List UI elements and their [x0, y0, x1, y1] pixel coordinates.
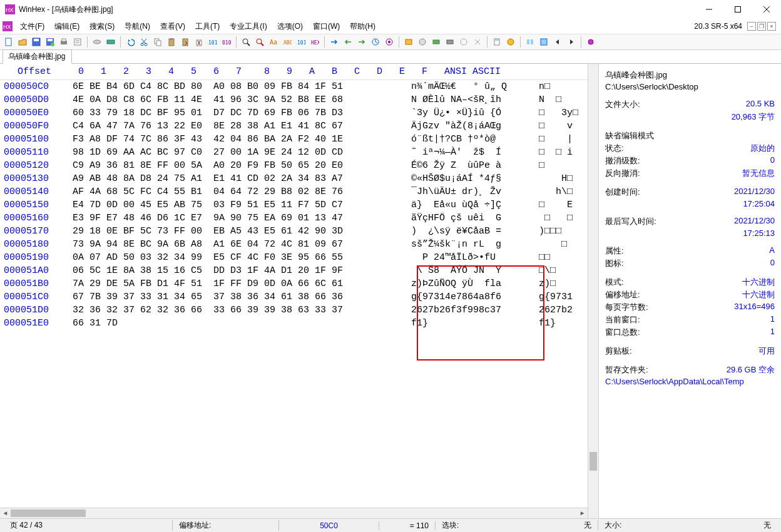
- hex-row[interactable]: 00005160E3 9F E7 48 46 D6 1C E7 9A 90 75…: [0, 212, 588, 225]
- menu-help[interactable]: 帮助(H): [345, 20, 380, 33]
- svg-rect-12: [48, 39, 53, 41]
- hex-row[interactable]: 00005120C9 A9 36 81 8E FF 00 5A A0 20 F9…: [0, 159, 588, 172]
- save-icon[interactable]: [30, 36, 43, 48]
- hex-row[interactable]: 000051B07A 29 DE 5A FB D1 4F 51 1F FF D9…: [0, 277, 588, 290]
- hex-row[interactable]: 00005150E4 7D 0D 00 45 E5 AB 75 03 F9 51…: [0, 198, 588, 212]
- menu-file[interactable]: 文件(F): [15, 20, 49, 33]
- nav-prev-icon[interactable]: [551, 36, 564, 48]
- paste-write-icon[interactable]: [179, 36, 191, 48]
- side-created-date: 2021/12/30: [734, 187, 775, 196]
- tool1-icon[interactable]: [402, 36, 415, 48]
- hex-row[interactable]: 00005140AF 4A 68 5C FC C4 55 B1 04 64 72…: [0, 185, 588, 198]
- new-file-icon[interactable]: [3, 36, 15, 48]
- menu-search[interactable]: 搜索(S): [84, 20, 120, 33]
- tool2-icon[interactable]: [416, 36, 429, 48]
- horizontal-scrollbar[interactable]: ◄ ►: [0, 508, 588, 518]
- forward-icon[interactable]: [355, 36, 368, 48]
- hscroll-left-icon[interactable]: ◄: [0, 508, 11, 518]
- tool3-icon[interactable]: [430, 36, 442, 48]
- find-combined-icon[interactable]: HEX: [309, 36, 321, 48]
- menu-pro-tools[interactable]: 专业工具(I): [225, 20, 272, 33]
- hex-row[interactable]: 0000518073 9A 94 8E BC 9A 6B A8 A1 6E 04…: [0, 238, 588, 251]
- tool6-icon[interactable]: [471, 36, 484, 48]
- hash-icon[interactable]: [504, 36, 517, 48]
- print-icon[interactable]: [58, 36, 70, 48]
- side-temp-value: 29.6 GB 空余: [727, 364, 775, 376]
- edit-hex-icon[interactable]: 101: [207, 36, 219, 48]
- open-ram-icon[interactable]: [105, 36, 117, 48]
- find-icon[interactable]: [240, 36, 252, 48]
- tool4-icon[interactable]: [444, 36, 456, 48]
- menu-nav[interactable]: 导航(N): [120, 20, 155, 33]
- save-as-icon[interactable]: [44, 36, 56, 48]
- back-icon[interactable]: [342, 36, 354, 48]
- hex-row[interactable]: 000051C067 7B 39 37 33 31 34 65 37 38 36…: [0, 290, 588, 304]
- side-offaddr-value[interactable]: 十六进制: [742, 289, 775, 300]
- side-dispmode-value[interactable]: 十六进制: [742, 277, 775, 288]
- hex-row[interactable]: 000050F0C4 6A 47 7A 76 13 22 E0 8E 28 38…: [0, 120, 588, 133]
- copy-icon[interactable]: [151, 36, 164, 48]
- find-text-icon[interactable]: Aa: [267, 36, 280, 48]
- view1-icon[interactable]: [524, 36, 536, 48]
- paste-icon[interactable]: [165, 36, 178, 48]
- maximize-button[interactable]: [723, 0, 752, 19]
- tool5-icon[interactable]: [457, 36, 470, 48]
- undo-icon[interactable]: [124, 36, 136, 48]
- side-state-value[interactable]: 原始的: [750, 143, 775, 154]
- hex-row[interactable]: 00005130A9 AB 48 8A D8 24 75 A1 E1 41 CD…: [0, 172, 588, 185]
- vertical-scrollbar[interactable]: [588, 64, 598, 518]
- svg-text:ABC: ABC: [283, 40, 292, 46]
- minimize-button[interactable]: [695, 0, 723, 19]
- mdi-minimize-button[interactable]: –: [747, 22, 756, 31]
- find-hex2-icon[interactable]: 1010: [295, 36, 307, 48]
- hex-row[interactable]: 0000517029 18 0E BF 5C 73 FF 00 EB A5 43…: [0, 225, 588, 238]
- menu-options[interactable]: 选项(O): [272, 20, 308, 33]
- side-created-time: 17:25:04: [743, 199, 775, 208]
- calc-icon[interactable]: [491, 36, 503, 48]
- open-file-icon[interactable]: [16, 36, 29, 48]
- cut-icon[interactable]: [138, 36, 150, 48]
- svg-point-47: [419, 39, 426, 45]
- mdi-restore-button[interactable]: ❐: [757, 22, 766, 31]
- hex-row[interactable]: 000051D032 36 32 37 62 32 36 66 33 66 39…: [0, 304, 588, 317]
- side-curwin-label: 当前窗口:: [605, 315, 640, 324]
- edit-hex2-icon[interactable]: 010: [220, 36, 233, 48]
- properties-icon[interactable]: [71, 36, 84, 48]
- mdi-close-button[interactable]: ×: [767, 22, 776, 31]
- goto-icon[interactable]: [328, 36, 340, 48]
- hex-row[interactable]: 000051E066 31 7D f1} f1}: [0, 317, 588, 330]
- hex-row[interactable]: 000051A006 5C 1E 8A 38 15 16 C5 DD D3 1F…: [0, 264, 588, 277]
- find-again-icon[interactable]: ABC: [281, 36, 294, 48]
- file-tab[interactable]: 乌镇峰会种图.jpg: [3, 49, 72, 64]
- find-hex-icon[interactable]: [253, 36, 266, 48]
- menu-tools[interactable]: 工具(T): [190, 20, 225, 33]
- menu-window[interactable]: 窗口(W): [308, 20, 345, 33]
- side-clip-value: 可用: [758, 345, 775, 357]
- open-disk-icon[interactable]: [91, 36, 103, 48]
- svg-rect-15: [62, 39, 66, 41]
- header-offset[interactable]: Offset: [0, 65, 69, 78]
- status-size-label: 大小:: [605, 521, 621, 529]
- side-modified-date: 2021/12/30: [734, 216, 775, 225]
- nav-next-icon[interactable]: [565, 36, 578, 48]
- menu-edit[interactable]: 编辑(E): [49, 20, 84, 33]
- side-attr-value: A: [769, 245, 775, 255]
- hex-row[interactable]: 000050C06E BE B4 6D C4 8C BD 80 A0 08 B0…: [0, 80, 588, 93]
- hscroll-right-icon[interactable]: ►: [577, 508, 588, 518]
- hex-row[interactable]: 00005100F3 A8 DF 74 7C 86 3F 43 42 04 86…: [0, 133, 588, 146]
- hex-body[interactable]: 000050C06E BE B4 6D C4 8C BD 80 A0 08 B0…: [0, 80, 588, 508]
- goto-end-icon[interactable]: [383, 36, 396, 48]
- side-temp-path[interactable]: C:\Users\Serlock\AppData\Local\Temp: [605, 377, 744, 386]
- hex-row[interactable]: 0000511098 1D 69 AA AC BC 97 C0 27 00 1A…: [0, 146, 588, 159]
- header-extra: [535, 65, 588, 78]
- hex-row[interactable]: 000050D04E 0A D8 C8 6C FB 11 4E 41 96 3C…: [0, 93, 588, 106]
- close-button[interactable]: [752, 0, 781, 19]
- toolbar: 101 010 Aa ABC 1010 HEX: [0, 34, 781, 50]
- delete-icon[interactable]: [193, 36, 205, 48]
- goto-offset-icon[interactable]: [369, 36, 382, 48]
- settings-icon[interactable]: [584, 36, 597, 48]
- menu-view[interactable]: 查看(V): [155, 20, 190, 33]
- hex-row[interactable]: 000050E060 33 79 18 DC BF 95 01 D7 DC 7D…: [0, 106, 588, 120]
- hex-row[interactable]: 000051900A 07 AD 50 03 32 34 99 E5 CF 4C…: [0, 251, 588, 264]
- view2-icon[interactable]: [538, 36, 550, 48]
